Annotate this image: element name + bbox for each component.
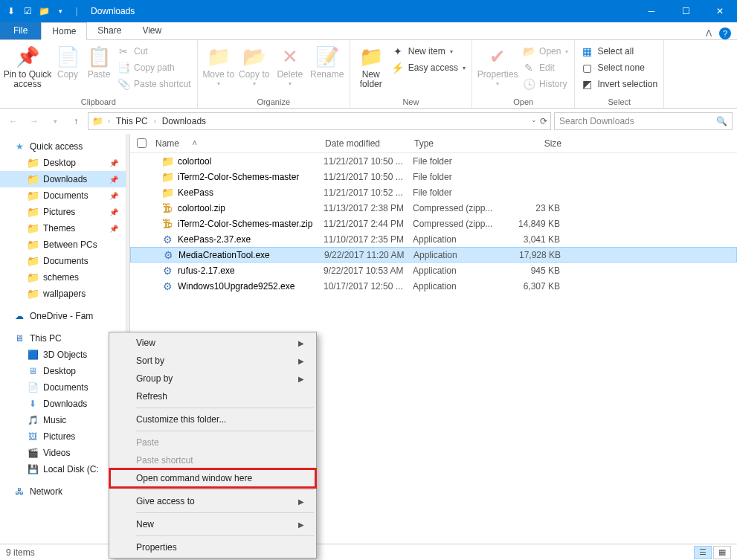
onedrive-node[interactable]: ☁OneDrive - Fam bbox=[0, 308, 126, 324]
file-row[interactable]: ⚙Windows10Upgrade9252.exe10/17/2017 12:5… bbox=[130, 278, 737, 294]
pin-to-quick-access-button[interactable]: 📌 Pin to Quick access bbox=[3, 42, 52, 89]
view-tab[interactable]: View bbox=[132, 22, 172, 39]
cm-view[interactable]: View▶ bbox=[111, 334, 315, 352]
copy-button[interactable]: 📄 Copy bbox=[52, 42, 83, 80]
qat-dropdown-icon[interactable]: ▾ bbox=[54, 4, 67, 18]
sidebar-item[interactable]: ⬇Downloads bbox=[0, 396, 126, 412]
cut-button[interactable]: ✂Cut bbox=[115, 43, 194, 59]
column-type[interactable]: Type bbox=[414, 138, 505, 149]
minimize-button[interactable]: ─ bbox=[634, 0, 669, 22]
properties-button[interactable]: ✔ Properties▾ bbox=[475, 42, 520, 88]
column-size[interactable]: Size bbox=[505, 138, 579, 149]
address-bar[interactable]: 📁 › This PC › Downloads ⌄ ⟳ bbox=[88, 112, 551, 130]
address-dropdown-icon[interactable]: ⌄ bbox=[531, 116, 537, 126]
sidebar-item[interactable]: 💾Local Disk (C: bbox=[0, 461, 126, 477]
select-none-button[interactable]: ▢Select none bbox=[578, 59, 660, 76]
cm-new[interactable]: New▶ bbox=[111, 515, 315, 533]
invert-selection-button[interactable]: ◩Invert selection bbox=[578, 76, 660, 92]
new-item-button[interactable]: ✦New item ▾ bbox=[389, 43, 469, 59]
sidebar-item[interactable]: 📁Documents📌 bbox=[0, 187, 126, 204]
recent-locations-button[interactable]: ▾ bbox=[46, 112, 64, 130]
refresh-icon[interactable]: ⟳ bbox=[540, 116, 547, 126]
file-row[interactable]: ⚙KeePass-2.37.exe11/10/2017 2:35 PMAppli… bbox=[130, 231, 737, 247]
cm-open-command-window[interactable]: Open command window here bbox=[111, 469, 315, 487]
paste-button[interactable]: 📋 Paste bbox=[83, 42, 115, 80]
quick-access-node[interactable]: ★Quick access bbox=[0, 138, 126, 155]
organize-group-label: Organize bbox=[201, 97, 347, 108]
properties-qat-icon[interactable]: ☑ bbox=[21, 4, 34, 18]
file-name: colortool.zip bbox=[178, 203, 225, 213]
details-view-button[interactable]: ☰ bbox=[694, 546, 712, 559]
folder-qat-icon[interactable]: 📁 bbox=[37, 4, 51, 18]
select-all-checkbox[interactable] bbox=[137, 138, 147, 148]
network-node[interactable]: 🖧Network bbox=[0, 483, 126, 500]
copy-to-button[interactable]: 📂 Copy to▾ bbox=[236, 42, 272, 88]
close-button[interactable]: ✕ bbox=[703, 0, 737, 22]
sidebar-item[interactable]: 🎵Music bbox=[0, 412, 126, 428]
easy-access-button[interactable]: ⚡Easy access ▾ bbox=[389, 59, 469, 76]
sidebar-item[interactable]: 🎬Videos bbox=[0, 445, 126, 461]
sidebar-item[interactable]: 📁Downloads📌 bbox=[0, 171, 126, 187]
cm-sortby[interactable]: Sort by▶ bbox=[111, 352, 315, 370]
thispc-node[interactable]: 🖥This PC bbox=[0, 330, 126, 347]
file-row[interactable]: ⚙rufus-2.17.exe9/22/2017 10:53 AMApplica… bbox=[130, 263, 737, 278]
collapse-ribbon-icon[interactable]: ᐱ bbox=[706, 28, 712, 39]
cm-customize[interactable]: Customize this folder... bbox=[111, 411, 315, 428]
move-to-button[interactable]: 📁 Move to▾ bbox=[201, 42, 236, 88]
sidebar-item[interactable]: 📁Between PCs bbox=[0, 236, 126, 253]
cm-give-access[interactable]: Give access to▶ bbox=[111, 492, 315, 510]
sidebar-item[interactable]: 📁Documents bbox=[0, 253, 126, 269]
file-row[interactable]: 🗜colortool.zip11/13/2017 2:38 PMCompress… bbox=[130, 200, 737, 216]
breadcrumb-downloads[interactable]: Downloads bbox=[161, 116, 207, 126]
help-icon[interactable]: ? bbox=[719, 28, 731, 39]
back-button[interactable]: ← bbox=[4, 112, 22, 130]
cm-paste[interactable]: Paste bbox=[111, 434, 315, 451]
down-arrow-icon[interactable]: ⬇ bbox=[4, 4, 18, 18]
exe-icon: ⚙ bbox=[162, 249, 174, 261]
file-row[interactable]: 📁iTerm2-Color-Schemes-master11/21/2017 1… bbox=[130, 169, 737, 184]
sidebar-item[interactable]: 📁Themes📌 bbox=[0, 220, 126, 236]
home-tab[interactable]: Home bbox=[41, 22, 87, 40]
search-box[interactable]: Search Downloads 🔍 bbox=[554, 112, 733, 130]
file-row[interactable]: 📁colortool11/21/2017 10:50 ...File folde… bbox=[130, 153, 737, 169]
file-row[interactable]: 🗜iTerm2-Color-Schemes-master.zip11/21/20… bbox=[130, 216, 737, 231]
column-date[interactable]: Date modified bbox=[325, 138, 414, 149]
cm-groupby[interactable]: Group by▶ bbox=[111, 370, 315, 387]
rename-button[interactable]: 📝 Rename bbox=[308, 42, 347, 80]
edit-button[interactable]: ✎Edit bbox=[520, 59, 571, 76]
sidebar-item[interactable]: 🟦3D Objects bbox=[0, 347, 126, 363]
delete-button[interactable]: ✕ Delete▾ bbox=[272, 42, 308, 88]
sidebar-item[interactable]: 📁Pictures📌 bbox=[0, 204, 126, 220]
column-name[interactable]: Nameᐱ bbox=[152, 138, 325, 149]
chevron-right-icon[interactable]: › bbox=[154, 118, 156, 125]
sidebar-item[interactable]: 📁Desktop📌 bbox=[0, 155, 126, 171]
up-button[interactable]: ↑ bbox=[67, 112, 85, 130]
maximize-button[interactable]: ☐ bbox=[669, 0, 703, 22]
select-all-button[interactable]: ▦Select all bbox=[578, 43, 660, 59]
paste-shortcut-button[interactable]: 📎Paste shortcut bbox=[115, 76, 194, 92]
breadcrumb-thispc[interactable]: This PC bbox=[115, 116, 149, 126]
file-date: 9/22/2017 11:20 AM bbox=[324, 250, 413, 260]
cm-paste-shortcut[interactable]: Paste shortcut bbox=[111, 451, 315, 469]
file-row[interactable]: 📁KeePass11/21/2017 10:52 ...File folder bbox=[130, 184, 737, 200]
file-row[interactable]: ⚙MediaCreationTool.exe9/22/2017 11:20 AM… bbox=[130, 247, 737, 263]
copy-path-button[interactable]: 📑Copy path bbox=[115, 59, 194, 76]
cm-properties[interactable]: Properties bbox=[111, 538, 315, 556]
sidebar-item[interactable]: 📁wallpapers bbox=[0, 286, 126, 302]
new-folder-button[interactable]: 📁 New folder bbox=[353, 42, 389, 89]
open-button[interactable]: 📂Open ▾ bbox=[520, 43, 571, 59]
sidebar-item[interactable]: 🖼Pictures bbox=[0, 428, 126, 445]
thumbnails-view-button[interactable]: ▦ bbox=[713, 546, 731, 559]
sidebar-item[interactable]: 🖥Desktop bbox=[0, 363, 126, 379]
forward-button[interactable]: → bbox=[25, 112, 43, 130]
file-type: Compressed (zipp... bbox=[413, 203, 503, 213]
delete-icon: ✕ bbox=[278, 45, 302, 68]
chevron-right-icon[interactable]: › bbox=[108, 118, 110, 125]
navigation-pane[interactable]: ★Quick access 📁Desktop📌📁Downloads📌📁Docum… bbox=[0, 134, 126, 544]
history-button[interactable]: 🕓History bbox=[520, 76, 571, 92]
sidebar-item[interactable]: 📁schemes bbox=[0, 269, 126, 286]
file-tab[interactable]: File bbox=[0, 22, 41, 39]
cm-refresh[interactable]: Refresh bbox=[111, 387, 315, 405]
sidebar-item[interactable]: 📄Documents bbox=[0, 379, 126, 396]
share-tab[interactable]: Share bbox=[87, 22, 132, 39]
